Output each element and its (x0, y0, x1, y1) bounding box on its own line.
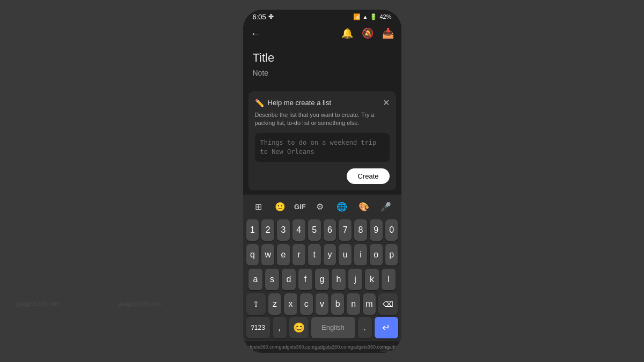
note-title[interactable]: Title (253, 50, 392, 66)
key-w[interactable]: w (261, 244, 274, 265)
key-s[interactable]: s (265, 269, 279, 290)
key-9[interactable]: 9 (370, 219, 383, 241)
asdf-row: a s d f g h j k l (246, 269, 398, 290)
time-display: 6:05 (253, 13, 266, 21)
status-bar: 6:05 ✤ 📶 ▲ 🔋 42% (243, 10, 401, 23)
zxcv-row: ⇧ z x c v b n m ⌫ (246, 293, 398, 315)
key-y[interactable]: y (324, 244, 336, 265)
keyboard-gif-button[interactable]: GIF (294, 203, 306, 211)
app-bar: ← 🔔 🔕 📥 (243, 23, 401, 44)
key-b[interactable]: b (331, 293, 344, 315)
watermark-text-5: gadg... (386, 344, 401, 350)
keyboard-grid-button[interactable]: ⊞ (250, 199, 266, 215)
keyboard-translate-button[interactable]: 🌐 (334, 199, 350, 215)
key-l[interactable]: l (382, 269, 396, 290)
keyboard-settings-button[interactable]: ⚙ (312, 199, 328, 215)
key-n[interactable]: n (347, 293, 360, 315)
back-button[interactable]: ← (251, 27, 261, 40)
key-c[interactable]: c (300, 293, 313, 315)
key-x[interactable]: x (284, 293, 297, 315)
key-q[interactable]: q (246, 244, 259, 265)
number-row: 1 2 3 4 5 6 7 8 9 0 (246, 219, 398, 241)
key-o[interactable]: o (370, 244, 383, 265)
key-4[interactable]: 4 (292, 219, 305, 241)
battery-percent: 42% (379, 13, 391, 20)
archive-button[interactable]: 📥 (382, 27, 394, 39)
space-key[interactable]: English (311, 317, 355, 338)
key-8[interactable]: 8 (354, 219, 367, 241)
ai-card-description: Describe the list that you want to creat… (255, 111, 390, 128)
key-e[interactable]: e (277, 244, 290, 265)
qwerty-row: q w e r t y u i o p (246, 244, 398, 265)
period-key[interactable]: . (358, 317, 372, 338)
emoji-key[interactable]: 😊 (289, 317, 309, 338)
ai-card-input[interactable] (255, 133, 390, 162)
keyboard-toolbar: ⊞ 🙂 GIF ⚙ 🌐 🎨 🎤 (243, 197, 401, 217)
key-j[interactable]: j (348, 269, 362, 290)
key-1[interactable]: 1 (246, 219, 259, 241)
key-g[interactable]: g (315, 269, 329, 290)
sym-key[interactable]: ?123 (246, 317, 270, 338)
wifi-icon: 📶 (353, 13, 361, 20)
watermark-text-2: gadgets360.com (279, 344, 314, 350)
battery-icon: 🔋 (370, 13, 377, 20)
key-h[interactable]: h (332, 269, 346, 290)
keyboard-sticker-button[interactable]: 🙂 (272, 199, 288, 215)
key-p[interactable]: p (385, 244, 398, 265)
key-6[interactable]: 6 (324, 219, 336, 241)
keyboard-bottom-row: ?123 , 😊 English . ↵ (243, 317, 401, 338)
ai-card-footer: Create (255, 168, 390, 184)
keyboard: ⊞ 🙂 GIF ⚙ 🌐 🎨 🎤 1 2 3 4 5 6 7 8 9 0 (243, 195, 401, 353)
key-3[interactable]: 3 (277, 219, 290, 241)
ai-card-close-button[interactable]: ✕ (383, 98, 390, 108)
key-i[interactable]: i (354, 244, 367, 265)
key-5[interactable]: 5 (308, 219, 321, 241)
status-time: 6:05 ✤ (253, 13, 274, 21)
key-0[interactable]: 0 (385, 219, 398, 241)
phone-frame: 6:05 ✤ 📶 ▲ 🔋 42% ← 🔔 🔕 📥 Title Note ✏️ H… (243, 10, 401, 353)
key-d[interactable]: d (282, 269, 296, 290)
key-m[interactable]: m (363, 293, 376, 315)
watermark-2: gadgets360.com (118, 300, 162, 307)
key-f[interactable]: f (298, 269, 312, 290)
wand-icon: ✏️ (255, 99, 264, 107)
key-v[interactable]: v (316, 293, 328, 315)
watermark-text-3: gadgets360.com (314, 344, 350, 350)
comma-key[interactable]: , (273, 317, 287, 338)
keyboard-mic-button[interactable]: 🎤 (378, 199, 394, 215)
key-t[interactable]: t (308, 244, 321, 265)
shift-key[interactable]: ⇧ (246, 293, 266, 315)
key-rows: 1 2 3 4 5 6 7 8 9 0 q w e r t y u i (243, 217, 401, 317)
ai-card: ✏️ Help me create a list ✕ Describe the … (248, 91, 396, 190)
signal-icon: ✤ (268, 13, 274, 20)
key-k[interactable]: k (365, 269, 379, 290)
watermark-text-4: gadgets360.com (350, 344, 386, 350)
ai-card-title: Help me create a list (268, 99, 332, 107)
watermark-text-1: gadgets360.com (243, 344, 279, 350)
delete-key[interactable]: ⌫ (378, 293, 398, 315)
note-content-area: Title Note (243, 44, 401, 83)
key-u[interactable]: u (339, 244, 352, 265)
ai-card-header: ✏️ Help me create a list ✕ (255, 98, 390, 108)
app-bar-actions: 🔔 🔕 📥 (341, 27, 394, 39)
notification-off-button[interactable]: 🔕 (362, 27, 374, 39)
key-r[interactable]: r (292, 244, 305, 265)
status-icons: 📶 ▲ 🔋 42% (353, 13, 392, 20)
key-a[interactable]: a (248, 269, 262, 290)
create-button[interactable]: Create (347, 168, 389, 184)
watermark-1: gadgets360.com (16, 300, 60, 307)
reminder-button[interactable]: 🔔 (341, 27, 353, 39)
note-body[interactable]: Note (253, 69, 392, 77)
signal-strength-icon: ▲ (363, 14, 368, 20)
keyboard-palette-button[interactable]: 🎨 (356, 199, 372, 215)
enter-key[interactable]: ↵ (375, 317, 398, 338)
watermark-bar: gadgets360.com gadgets360.com gadgets360… (243, 341, 401, 353)
ai-card-title-row: ✏️ Help me create a list (255, 99, 332, 107)
key-7[interactable]: 7 (339, 219, 352, 241)
key-z[interactable]: z (268, 293, 281, 315)
key-2[interactable]: 2 (261, 219, 274, 241)
